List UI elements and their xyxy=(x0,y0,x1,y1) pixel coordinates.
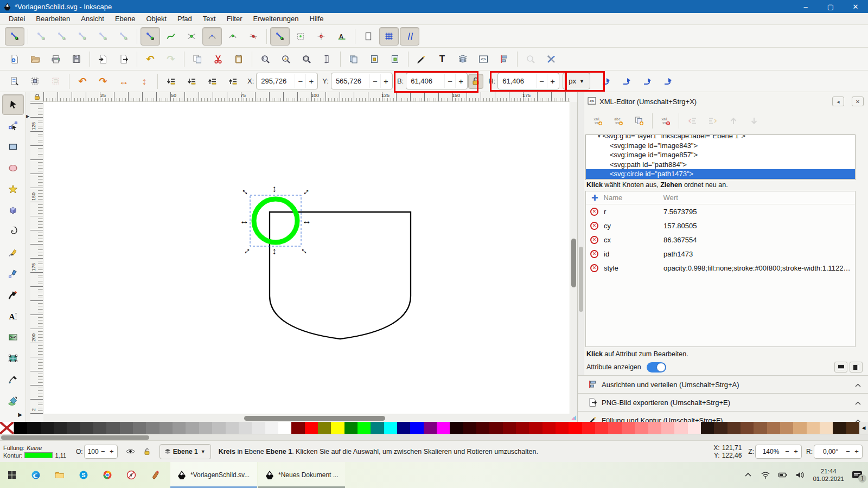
width-decrement-button[interactable]: − xyxy=(444,74,455,88)
add-attribute-button[interactable]: ✚ xyxy=(591,193,598,203)
canvas[interactable]: ↔ ↔ ↔ ↔ ↔ ↔ ↔ ↔ xyxy=(43,102,570,414)
snap-smooth-node-button[interactable] xyxy=(223,27,242,46)
clone-unlink-button[interactable] xyxy=(385,50,405,68)
dropper-tool-button[interactable] xyxy=(2,369,24,390)
skype-launcher[interactable]: S xyxy=(72,462,95,488)
panel-scrollbar[interactable] xyxy=(578,92,584,422)
palette-swatch[interactable] xyxy=(265,422,278,434)
palette-swatch[interactable] xyxy=(542,422,556,434)
palette-swatch[interactable] xyxy=(331,422,344,434)
palette-swatch[interactable] xyxy=(701,422,714,434)
palette-swatch[interactable] xyxy=(291,422,304,434)
gutter-arrow-icon[interactable]: ▶ xyxy=(26,114,29,119)
minimize-button[interactable]: – xyxy=(793,0,818,13)
menu-objekt[interactable]: Objekt xyxy=(141,14,172,24)
palette-swatch[interactable] xyxy=(595,422,608,434)
opacity-increment-button[interactable]: + xyxy=(107,447,116,455)
lower-to-bottom-button[interactable] xyxy=(161,72,181,91)
pen-tool-button[interactable] xyxy=(2,264,24,284)
scale-pattern-toggle-button[interactable] xyxy=(658,72,678,91)
palette-swatch[interactable] xyxy=(569,422,582,434)
zoom-custom-button[interactable] xyxy=(317,50,337,68)
menu-text[interactable]: Text xyxy=(197,14,221,24)
snap-guide-button[interactable] xyxy=(400,27,419,46)
menu-datei[interactable]: Datei xyxy=(3,14,30,24)
palette-swatch[interactable] xyxy=(622,422,635,434)
preferences-button[interactable] xyxy=(541,50,561,68)
undo-button[interactable]: ↶ xyxy=(141,50,160,68)
delete-attribute-icon[interactable]: ✕ xyxy=(590,236,598,244)
snap-cusp-node-button[interactable] xyxy=(202,27,222,46)
palette-swatch[interactable] xyxy=(67,422,80,434)
zoom-drawing-button[interactable] xyxy=(276,50,296,68)
palette-swatch[interactable] xyxy=(846,422,859,434)
snap-page-border-button[interactable] xyxy=(359,27,378,46)
palette-swatch[interactable] xyxy=(608,422,621,434)
scale-handle-bottom[interactable]: ↔ xyxy=(271,247,280,256)
menu-bearbeiten[interactable]: Bearbeiten xyxy=(30,14,75,24)
palette-swatch[interactable] xyxy=(582,422,595,434)
duplicate-button[interactable] xyxy=(344,50,363,68)
copy-button[interactable] xyxy=(188,50,207,68)
delete-attribute-icon[interactable]: ✕ xyxy=(590,222,598,230)
gradient-tool-button[interactable] xyxy=(2,327,24,348)
ellipse-tool-button[interactable] xyxy=(2,158,24,178)
palette-swatch[interactable] xyxy=(384,422,397,434)
horizontal-ruler[interactable]: 255075100125150175 xyxy=(43,92,570,102)
toolbox-more-arrow[interactable]: ▶ xyxy=(18,412,25,418)
cut-button[interactable] xyxy=(208,50,228,68)
xml-editor-dialog-button[interactable]: <> xyxy=(474,50,493,68)
palette-swatch[interactable] xyxy=(648,422,661,434)
palette-swatch[interactable] xyxy=(741,422,754,434)
palette-swatch[interactable] xyxy=(556,422,569,434)
raise-to-top-button[interactable] xyxy=(223,72,242,91)
rotation-increment-button[interactable]: + xyxy=(852,447,861,455)
menu-erweiterungen[interactable]: Erweiterungen xyxy=(248,14,304,24)
layout-vertical-button[interactable] xyxy=(850,362,863,373)
zoom-selection-button[interactable] xyxy=(256,50,275,68)
height-decrement-button[interactable]: − xyxy=(536,74,547,88)
palette-swatch[interactable] xyxy=(371,422,384,434)
palette-swatch[interactable] xyxy=(252,422,265,434)
menu-ansicht[interactable]: Ansicht xyxy=(75,14,110,24)
attribute-row[interactable]: ✕idpath1473 xyxy=(586,247,855,261)
wifi-icon[interactable] xyxy=(761,470,770,480)
align-dialog-button[interactable] xyxy=(494,50,514,68)
scale-corners-toggle-button[interactable] xyxy=(617,72,636,91)
palette-swatch[interactable] xyxy=(212,422,225,434)
snap-text-baseline-button[interactable]: A xyxy=(332,27,352,46)
attribute-row[interactable]: ✕cx86.367554 xyxy=(586,233,855,247)
panel-collapse-button[interactable]: ◂ xyxy=(832,97,844,106)
attribute-row[interactable]: ✕r7.5673795 xyxy=(586,204,855,219)
node-tool-button[interactable] xyxy=(2,115,24,136)
attribute-row[interactable]: ✕styleopacity:0.998;fill:none;stroke:#00… xyxy=(586,261,855,275)
maximize-button[interactable]: ▢ xyxy=(818,0,843,13)
snap-object-center-button[interactable] xyxy=(291,27,310,46)
palette-swatch[interactable] xyxy=(688,422,701,434)
palette-swatch[interactable] xyxy=(450,422,463,434)
xml-tree-node[interactable]: <svg:image id="image857"> xyxy=(586,150,855,160)
palette-swatch[interactable] xyxy=(767,422,780,434)
stroke-color-swatch[interactable] xyxy=(24,452,53,458)
palette-swatch[interactable] xyxy=(226,422,239,434)
scale-stroke-toggle-button[interactable] xyxy=(596,72,616,91)
selector-tool-button[interactable] xyxy=(2,94,24,115)
save-button[interactable] xyxy=(67,50,86,68)
palette-swatch[interactable] xyxy=(54,422,67,434)
palette-swatch[interactable] xyxy=(489,422,502,434)
export-button[interactable] xyxy=(114,50,133,68)
menu-filter[interactable]: Filter xyxy=(221,14,248,24)
layers-dialog-button[interactable] xyxy=(453,50,473,68)
menu-pfad[interactable]: Pfad xyxy=(172,14,197,24)
palette-swatch[interactable] xyxy=(503,422,516,434)
flip-vertical-button[interactable]: ↕ xyxy=(135,72,154,91)
flip-horizontal-button[interactable]: ↔ xyxy=(114,72,133,91)
tree-expander-icon[interactable]: ▾ xyxy=(598,134,601,139)
width-field[interactable]: 61,406 − + xyxy=(406,73,468,89)
lower-button[interactable] xyxy=(182,72,201,91)
delete-attribute-icon[interactable]: ✕ xyxy=(590,250,598,258)
taskbar-clock[interactable]: 21:44 01.02.2021 xyxy=(813,467,844,483)
palette-swatch-none[interactable] xyxy=(0,422,14,434)
xml-new-text-node-button[interactable]: abc<> xyxy=(609,112,628,130)
paint-app-launcher[interactable] xyxy=(143,462,167,488)
